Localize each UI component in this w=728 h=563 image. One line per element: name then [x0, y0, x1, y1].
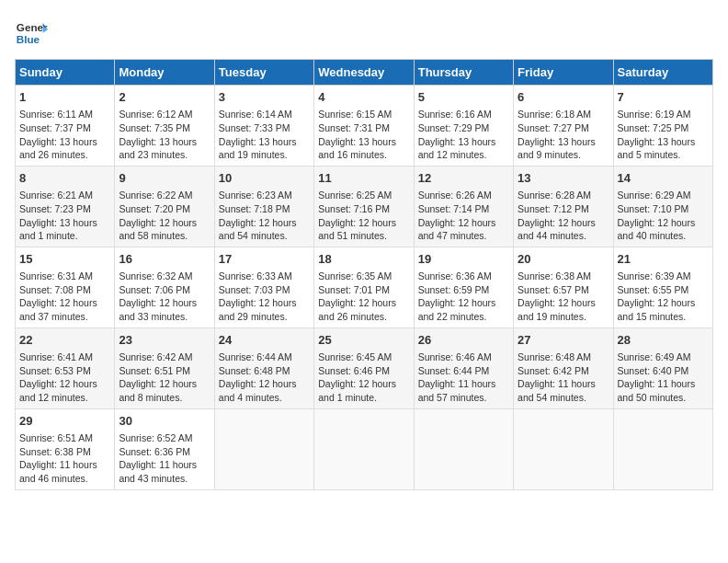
- day-info-line: Sunset: 7:33 PM: [219, 121, 310, 135]
- day-number: 7: [618, 89, 709, 106]
- day-info-line: Sunrise: 6:33 AM: [219, 270, 310, 283]
- day-info-line: Sunset: 7:03 PM: [219, 283, 310, 297]
- day-info-line: Sunset: 6:46 PM: [318, 364, 409, 378]
- calendar-cell: 8Sunrise: 6:21 AMSunset: 7:23 PMDaylight…: [16, 166, 115, 247]
- day-info-line: Daylight: 12 hours: [518, 216, 609, 230]
- day-info-line: Daylight: 13 hours: [618, 135, 709, 149]
- day-info-line: and 1 minute.: [318, 391, 409, 405]
- day-info-line: Daylight: 12 hours: [318, 216, 409, 230]
- calendar-cell: 11Sunrise: 6:25 AMSunset: 7:16 PMDayligh…: [314, 166, 414, 247]
- day-info-line: Daylight: 12 hours: [318, 296, 409, 310]
- day-info-line: Daylight: 11 hours: [119, 458, 210, 472]
- day-info-line: Daylight: 12 hours: [119, 377, 210, 391]
- col-header-monday: Monday: [115, 60, 214, 86]
- day-info-line: Daylight: 12 hours: [618, 216, 709, 230]
- day-info-line: Sunset: 6:51 PM: [119, 364, 210, 378]
- day-info-line: Sunrise: 6:46 AM: [418, 350, 509, 364]
- day-number: 12: [418, 170, 509, 187]
- calendar-cell: 18Sunrise: 6:35 AMSunset: 7:01 PMDayligh…: [314, 247, 414, 327]
- calendar-cell: 27Sunrise: 6:48 AMSunset: 6:42 PMDayligh…: [514, 327, 613, 408]
- day-info-line: Sunset: 7:23 PM: [19, 202, 110, 216]
- col-header-wednesday: Wednesday: [314, 60, 414, 86]
- day-info-line: Sunrise: 6:39 AM: [618, 270, 709, 283]
- day-info-line: Daylight: 13 hours: [418, 135, 509, 149]
- day-info-line: Sunset: 7:10 PM: [618, 202, 709, 216]
- day-info-line: Sunset: 7:08 PM: [19, 283, 110, 297]
- day-info-line: Daylight: 13 hours: [518, 135, 609, 149]
- day-number: 24: [219, 332, 310, 349]
- calendar-cell: 12Sunrise: 6:26 AMSunset: 7:14 PMDayligh…: [414, 166, 513, 247]
- calendar-cell: 25Sunrise: 6:45 AMSunset: 6:46 PMDayligh…: [314, 327, 414, 408]
- day-info-line: Sunset: 7:01 PM: [318, 283, 409, 297]
- col-header-sunday: Sunday: [16, 60, 115, 86]
- day-number: 30: [119, 413, 210, 430]
- day-number: 2: [119, 89, 210, 106]
- calendar-cell: [613, 408, 712, 489]
- calendar-cell: 14Sunrise: 6:29 AMSunset: 7:10 PMDayligh…: [613, 166, 712, 247]
- day-info-line: and 4 minutes.: [219, 391, 310, 405]
- day-number: 13: [518, 170, 609, 187]
- day-info-line: Sunrise: 6:41 AM: [19, 350, 110, 364]
- calendar-week-3: 15Sunrise: 6:31 AMSunset: 7:08 PMDayligh…: [16, 247, 713, 327]
- day-info-line: Sunrise: 6:14 AM: [219, 108, 310, 121]
- day-info-line: Sunrise: 6:23 AM: [219, 189, 310, 202]
- day-number: 10: [219, 170, 310, 187]
- day-number: 29: [19, 413, 110, 430]
- day-info-line: Daylight: 12 hours: [418, 296, 509, 310]
- logo-icon: General Blue: [15, 15, 48, 48]
- day-info-line: Sunset: 6:38 PM: [19, 445, 110, 459]
- calendar-cell: [314, 408, 414, 489]
- day-info-line: Sunset: 6:53 PM: [19, 364, 110, 378]
- day-info-line: Sunset: 6:48 PM: [219, 364, 310, 378]
- day-number: 4: [318, 89, 409, 106]
- day-info-line: Sunrise: 6:51 AM: [19, 431, 110, 445]
- day-number: 26: [418, 332, 509, 349]
- day-info-line: and 12 minutes.: [418, 148, 509, 162]
- day-info-line: and 1 minute.: [19, 229, 110, 243]
- calendar-cell: 1Sunrise: 6:11 AMSunset: 7:37 PMDaylight…: [16, 86, 115, 167]
- calendar-cell: [514, 408, 613, 489]
- day-info-line: Sunset: 7:37 PM: [19, 121, 110, 135]
- day-info-line: Sunrise: 6:44 AM: [219, 350, 310, 364]
- day-info-line: and 8 minutes.: [119, 391, 210, 405]
- day-info-line: Sunrise: 6:15 AM: [318, 108, 409, 121]
- col-header-thursday: Thursday: [414, 60, 513, 86]
- day-info-line: Sunset: 7:27 PM: [518, 121, 609, 135]
- day-info-line: Sunset: 6:59 PM: [418, 283, 509, 297]
- day-info-line: Daylight: 11 hours: [19, 458, 110, 472]
- day-info-line: and 9 minutes.: [518, 148, 609, 162]
- day-info-line: Daylight: 12 hours: [219, 377, 310, 391]
- day-info-line: Sunrise: 6:21 AM: [19, 189, 110, 202]
- calendar-cell: 23Sunrise: 6:42 AMSunset: 6:51 PMDayligh…: [115, 327, 214, 408]
- day-info-line: Sunset: 7:18 PM: [219, 202, 310, 216]
- calendar-cell: 5Sunrise: 6:16 AMSunset: 7:29 PMDaylight…: [414, 86, 513, 167]
- day-info-line: and 33 minutes.: [119, 310, 210, 324]
- day-info-line: Sunrise: 6:16 AM: [418, 108, 509, 121]
- day-info-line: and 44 minutes.: [518, 229, 609, 243]
- day-info-line: Sunrise: 6:12 AM: [119, 108, 210, 121]
- day-info-line: Sunrise: 6:25 AM: [318, 189, 409, 202]
- day-info-line: Sunrise: 6:49 AM: [618, 350, 709, 364]
- day-info-line: Daylight: 11 hours: [418, 377, 509, 391]
- day-info-line: Daylight: 12 hours: [119, 296, 210, 310]
- col-header-saturday: Saturday: [613, 60, 712, 86]
- day-info-line: and 40 minutes.: [618, 229, 709, 243]
- day-info-line: and 23 minutes.: [119, 148, 210, 162]
- day-info-line: Sunrise: 6:26 AM: [418, 189, 509, 202]
- calendar-cell: 21Sunrise: 6:39 AMSunset: 6:55 PMDayligh…: [613, 247, 712, 327]
- calendar-table: SundayMondayTuesdayWednesdayThursdayFrid…: [15, 59, 713, 490]
- calendar-cell: 24Sunrise: 6:44 AMSunset: 6:48 PMDayligh…: [214, 327, 313, 408]
- day-info-line: Daylight: 12 hours: [119, 216, 210, 230]
- day-info-line: Daylight: 13 hours: [219, 135, 310, 149]
- day-info-line: Daylight: 12 hours: [219, 216, 310, 230]
- day-number: 25: [318, 332, 409, 349]
- day-info-line: Daylight: 12 hours: [518, 296, 609, 310]
- day-info-line: Sunrise: 6:52 AM: [119, 431, 210, 445]
- calendar-cell: 28Sunrise: 6:49 AMSunset: 6:40 PMDayligh…: [613, 327, 712, 408]
- day-info-line: Sunset: 7:20 PM: [119, 202, 210, 216]
- day-number: 21: [618, 251, 709, 268]
- day-info-line: Sunset: 6:40 PM: [618, 364, 709, 378]
- day-info-line: Sunset: 7:31 PM: [318, 121, 409, 135]
- calendar-week-4: 22Sunrise: 6:41 AMSunset: 6:53 PMDayligh…: [16, 327, 713, 408]
- calendar-cell: 13Sunrise: 6:28 AMSunset: 7:12 PMDayligh…: [514, 166, 613, 247]
